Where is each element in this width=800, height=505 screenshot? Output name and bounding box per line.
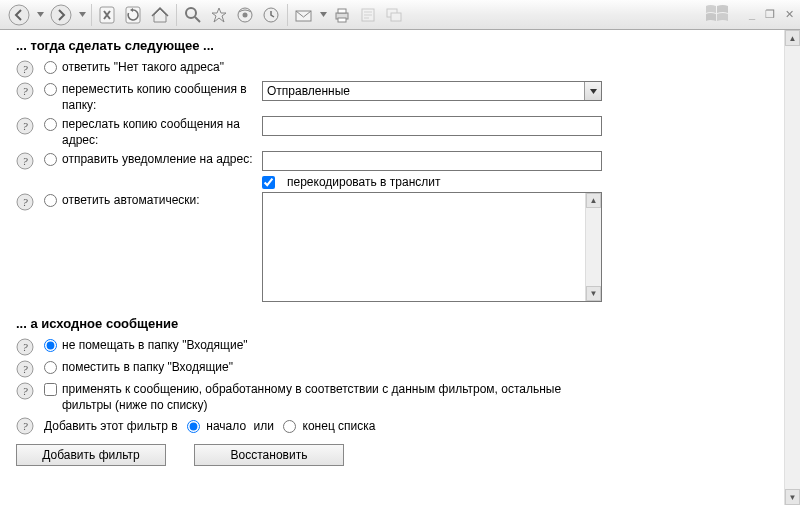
insert-radio-begin[interactable] <box>187 420 200 433</box>
close-icon[interactable]: ✕ <box>785 8 794 21</box>
svg-text:?: ? <box>22 341 28 353</box>
svg-point-1 <box>51 5 71 25</box>
favorites-icon[interactable] <box>207 3 231 27</box>
action-label: переслать копию сообщения на адрес: <box>62 116 262 148</box>
action-row-move-copy: ? переместить копию сообщения в папку: О… <box>16 81 768 113</box>
action-label: ответить автоматически: <box>62 192 262 208</box>
help-icon[interactable]: ? <box>16 193 34 211</box>
translit-checkbox[interactable] <box>262 176 275 189</box>
page-scrollbar[interactable]: ▲ ▼ <box>784 30 800 505</box>
svg-point-7 <box>243 12 248 17</box>
svg-rect-18 <box>391 13 401 21</box>
svg-text:?: ? <box>22 155 28 167</box>
notify-address-input[interactable] <box>262 151 602 171</box>
window-controls: _ ❐ ✕ <box>703 4 794 24</box>
source-row-put-inbox: ? поместить в папку "Входящие" <box>16 359 768 378</box>
svg-line-5 <box>195 17 200 22</box>
folder-select-value: Отправленные <box>267 84 350 98</box>
restore-button[interactable]: Восстановить <box>194 444 344 466</box>
action-radio-send-notify[interactable] <box>44 153 57 166</box>
mail-icon[interactable] <box>292 3 316 27</box>
action-row-forward-copy: ? переслать копию сообщения на адрес: <box>16 116 768 148</box>
source-radio-skip-inbox[interactable] <box>44 339 57 352</box>
back-icon[interactable] <box>5 1 33 29</box>
svg-rect-11 <box>338 9 346 13</box>
auto-reply-textarea[interactable]: ▲ ▼ <box>262 192 602 302</box>
action-row-reply-no-address: ? ответить "Нет такого адреса" <box>16 59 768 78</box>
action-radio-forward-copy[interactable] <box>44 118 57 131</box>
folder-select[interactable]: Отправленные <box>262 81 602 101</box>
action-radio-auto-reply[interactable] <box>44 194 57 207</box>
search-icon[interactable] <box>181 3 205 27</box>
action-label: отправить уведомление на адрес: <box>62 151 262 167</box>
insert-radio-end[interactable] <box>283 420 296 433</box>
forward-address-input[interactable] <box>262 116 602 136</box>
help-icon[interactable]: ? <box>16 82 34 100</box>
help-icon[interactable]: ? <box>16 152 34 170</box>
source-radio-put-inbox[interactable] <box>44 361 57 374</box>
forward-icon[interactable] <box>47 1 75 29</box>
discuss-icon[interactable] <box>382 3 406 27</box>
apply-rest-row: ? применять к сообщению, обработанному в… <box>16 381 768 413</box>
source-row-skip-inbox: ? не помещать в папку "Входящие" <box>16 337 768 356</box>
svg-text:?: ? <box>22 85 28 97</box>
edit-icon[interactable] <box>356 3 380 27</box>
source-label: не помещать в папку "Входящие" <box>62 337 768 353</box>
history-icon[interactable] <box>259 3 283 27</box>
page-content: ... тогда сделать следующее ... ? ответи… <box>0 30 784 505</box>
browser-toolbar: _ ❐ ✕ <box>0 0 800 30</box>
mail-dropdown-icon[interactable] <box>318 3 328 27</box>
action-label: переместить копию сообщения в папку: <box>62 81 262 113</box>
source-label: поместить в папку "Входящие" <box>62 359 768 375</box>
button-row: Добавить фильтр Восстановить <box>16 444 768 466</box>
svg-point-0 <box>9 5 29 25</box>
minimize-icon[interactable]: _ <box>749 8 755 20</box>
add-filter-button[interactable]: Добавить фильтр <box>16 444 166 466</box>
insert-position-text: Добавить этот фильтр в начало или конец … <box>44 416 768 436</box>
windows-flag-icon <box>703 4 731 24</box>
refresh-icon[interactable] <box>122 3 146 27</box>
svg-text:?: ? <box>22 385 28 397</box>
action-label: ответить "Нет такого адреса" <box>62 59 768 75</box>
section-source-title: ... а исходное сообщение <box>16 316 768 331</box>
action-row-send-notify: ? отправить уведомление на адрес: переко… <box>16 151 768 189</box>
action-radio-move-copy[interactable] <box>44 83 57 96</box>
help-icon[interactable]: ? <box>16 417 34 435</box>
textarea-scrollbar[interactable]: ▲ ▼ <box>585 193 601 301</box>
help-icon[interactable]: ? <box>16 117 34 135</box>
action-radio-reply-no-address[interactable] <box>44 61 57 74</box>
stop-icon[interactable] <box>96 3 120 27</box>
svg-text:?: ? <box>22 420 28 432</box>
svg-text:?: ? <box>22 63 28 75</box>
translit-label: перекодировать в транслит <box>287 175 440 189</box>
help-icon[interactable]: ? <box>16 60 34 78</box>
home-icon[interactable] <box>148 3 172 27</box>
svg-text:?: ? <box>22 363 28 375</box>
svg-point-4 <box>186 8 196 18</box>
action-row-auto-reply: ? ответить автоматически: ▲ ▼ <box>16 192 768 302</box>
insert-position-row: ? Добавить этот фильтр в начало или коне… <box>16 416 768 436</box>
forward-dropdown-icon[interactable] <box>77 3 87 27</box>
apply-rest-label: применять к сообщению, обработанному в с… <box>62 381 622 413</box>
svg-rect-12 <box>338 18 346 22</box>
restore-icon[interactable]: ❐ <box>765 8 775 21</box>
chevron-down-icon <box>584 82 601 100</box>
svg-text:?: ? <box>22 196 28 208</box>
section-actions-title: ... тогда сделать следующее ... <box>16 38 768 53</box>
help-icon[interactable]: ? <box>16 360 34 378</box>
print-icon[interactable] <box>330 3 354 27</box>
help-icon[interactable]: ? <box>16 338 34 356</box>
svg-text:?: ? <box>22 120 28 132</box>
media-icon[interactable] <box>233 3 257 27</box>
back-dropdown-icon[interactable] <box>35 3 45 27</box>
help-icon[interactable]: ? <box>16 382 34 400</box>
apply-rest-checkbox[interactable] <box>44 383 57 396</box>
